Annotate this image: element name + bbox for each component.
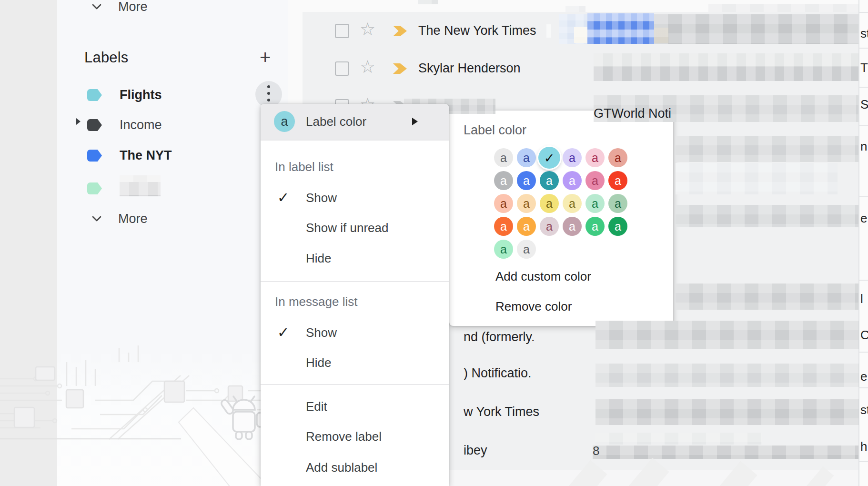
chevron-down-icon [92,4,101,10]
color-swatch[interactable]: a [517,194,536,213]
redacted-content [595,321,858,349]
color-swatch[interactable]: a [494,148,513,167]
sidebar-label-flights[interactable]: Flights [87,88,162,102]
menu-item-edit[interactable]: Edit [261,395,449,418]
menu-item-add-sublabel[interactable]: Add sublabel [261,456,449,479]
color-swatch[interactable]: a [563,217,582,236]
sender-name-fragment: w York Times [464,405,539,419]
label-color-icon: a [274,111,295,132]
menu-item-label-color[interactable]: a Label color [261,104,449,140]
sender-name-fragment: ibey [464,443,487,458]
label-tag-icon [87,89,102,101]
color-swatch[interactable]: a [608,171,627,190]
redacted-content [565,6,585,12]
star-icon[interactable]: ☆ [360,20,375,38]
row-border [859,387,868,388]
star-icon[interactable]: ☆ [360,58,375,76]
add-custom-color-item[interactable]: Add custom color [495,268,591,285]
important-marker-icon[interactable] [393,25,407,37]
gmail-label-menu-screenshot: { "sidebar": { "more_top": "More", "labe… [0,0,868,486]
adjacent-pane-cutoff: stTOSnelCesth [859,0,868,486]
redacted-content [676,205,858,227]
color-swatch[interactable]: a [563,148,582,167]
label-tag-icon [87,150,102,162]
color-swatch[interactable]: a [517,217,536,236]
row-border [859,280,868,281]
menu-item-hide-in-message-list[interactable]: Hide [261,351,449,375]
label-tag-icon [87,182,102,194]
color-swatch[interactable]: a [608,217,627,236]
cutoff-text: n [860,139,867,154]
submenu-title: Label color [464,123,526,138]
row-border [859,12,868,13]
sidebar-item-more-top[interactable]: More [92,0,148,16]
menu-divider [261,384,449,385]
color-swatch[interactable]: a [585,217,605,236]
labels-heading: Labels [84,49,129,66]
label-name: Income [120,118,162,132]
submenu-arrow-icon [412,118,418,125]
color-swatch[interactable]: a [608,194,627,213]
expand-arrow-icon[interactable] [76,118,81,125]
redacted-content [594,53,858,81]
label-name: The NYT [120,148,172,163]
redacted-content [574,27,587,43]
cutoff-text: C [860,328,868,343]
redacted-content [587,13,654,44]
color-swatch[interactable]: a [563,194,582,213]
section-header-message-list: In message list [275,292,357,311]
checkbox[interactable] [335,61,349,76]
row-border [859,48,868,49]
cutoff-text: st [860,403,868,417]
remove-color-item[interactable]: Remove color [495,298,572,315]
redacted-content [595,433,762,445]
sidebar-label-redacted[interactable] [87,181,102,196]
sidebar-item-more-bottom[interactable]: More [92,209,148,228]
partial-glyph: 8 [593,444,600,458]
menu-item-show-in-message-list[interactable]: ✓ Show [261,321,449,344]
menu-item-hide-in-label-list[interactable]: Hide [261,246,449,270]
section-header-label-list: In label list [275,157,333,176]
label-context-menu: a Label color In label list ✓ Show Show … [261,104,449,486]
sender-name-fragment: nd (formerly. [464,330,535,344]
color-swatch[interactable]: a [540,194,559,213]
color-swatch[interactable]: a [517,240,536,259]
color-swatch[interactable]: a [517,148,536,167]
color-swatch[interactable]: a [494,217,513,236]
color-swatch[interactable]: a [585,148,605,167]
color-swatch[interactable]: a [540,217,559,236]
color-swatch[interactable]: a [494,194,513,213]
redacted-content [595,364,858,387]
cutoff-text: h [860,439,867,454]
sidebar-label-the-nyt[interactable]: The NYT [87,148,172,163]
important-marker-icon[interactable] [393,63,407,74]
color-swatch[interactable]: a [608,148,627,167]
color-swatch[interactable]: a [517,171,536,190]
color-swatch[interactable]: a [540,171,559,190]
cutoff-text: S [860,97,868,112]
color-swatch[interactable]: a [494,240,513,259]
redacted-content [676,136,858,162]
menu-item-remove-label[interactable]: Remove label [261,425,449,448]
color-swatch-selected[interactable]: ✓ [538,147,560,169]
sidebar-label-income[interactable]: Income [87,118,162,132]
label-name: Flights [120,88,162,102]
row-border [859,196,868,197]
color-swatch[interactable]: a [585,171,605,190]
menu-item-show-in-label-list[interactable]: ✓ Show [261,186,449,210]
redacted-content [120,182,161,196]
color-swatch[interactable]: a [494,171,513,190]
redacted-content [595,399,858,425]
add-label-button[interactable]: + [260,48,271,67]
checkbox[interactable] [335,24,349,38]
sender-name-gtworld: GTWorld Noti [594,106,677,121]
cutoff-text: TO [860,61,868,75]
cutoff-text: e [860,211,867,226]
color-swatch[interactable]: a [563,171,582,190]
menu-item-show-if-unread[interactable]: Show if unread [261,216,449,240]
menu-divider [261,281,449,282]
redacted-content [654,14,858,44]
redacted-content [120,175,161,182]
row-border [859,352,868,353]
color-swatch[interactable]: a [585,194,605,213]
